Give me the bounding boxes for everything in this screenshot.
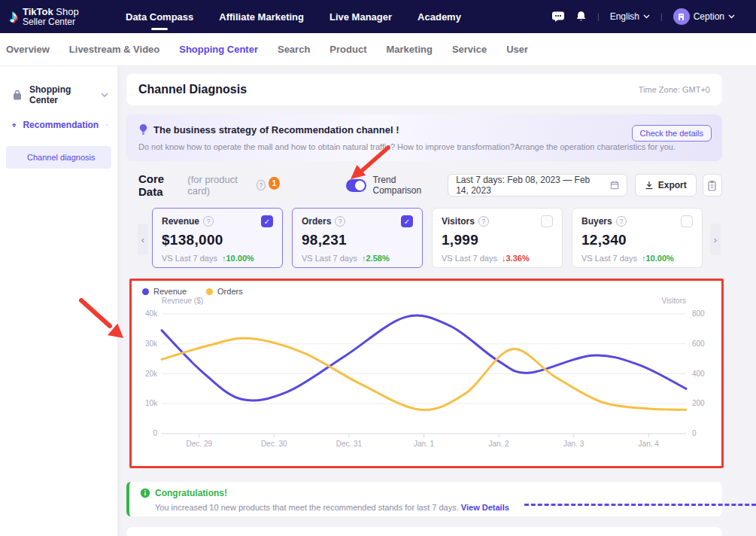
brand-name: TikTok [23, 6, 53, 17]
core-data-toolbar: Core Data (for product card) ? 1 Trend C… [126, 173, 722, 197]
subnav-item-search[interactable]: Search [278, 44, 310, 55]
legend-label: Revenue [153, 287, 187, 296]
date-range-value: Last 7 days: Feb 08, 2023 — Feb 14, 2023 [456, 175, 604, 196]
metric-card-visitors[interactable]: Visitors ? ✓ 1,999 VS Last 7 days ↓3.36% [432, 208, 563, 268]
svg-text:0: 0 [153, 429, 157, 437]
topnav-item-academy[interactable]: Academy [417, 8, 461, 26]
seller-center-screen: ♪ TikTok Shop Seller Center Data Compass… [0, 0, 756, 536]
language-selector[interactable]: English [610, 11, 650, 22]
svg-text:Visitors: Visitors [661, 297, 686, 305]
topnav-item-data-compass[interactable]: Data Compass [126, 8, 193, 26]
metric-value: 98,231 [302, 232, 413, 248]
legend-item-revenue[interactable]: Revenue [142, 287, 187, 296]
metric-checkbox[interactable]: ✓ [401, 215, 413, 227]
metric-card-buyers[interactable]: Buyers ? ✓ 12,340 VS Last 7 days ↑10.00% [572, 208, 703, 268]
trend-comparison-toggle[interactable] [346, 179, 367, 192]
help-icon[interactable]: ? [616, 216, 627, 227]
metric-checkbox[interactable]: ✓ [541, 215, 553, 227]
metric-checkbox[interactable]: ✓ [681, 215, 693, 227]
export-button[interactable]: Export [635, 174, 697, 196]
carousel-right-arrow[interactable]: › [710, 224, 721, 255]
svg-text:Dec. 31: Dec. 31 [336, 440, 363, 448]
trend-comparison-label: Trend Comparison [372, 175, 437, 196]
sidebar: Shopping Center Recommendation Channel d… [0, 66, 117, 536]
metric-card-revenue[interactable]: Revenue ? ✓ $138,000 VS Last 7 days ↑10.… [152, 208, 283, 268]
svg-text:200: 200 [692, 399, 705, 407]
comparison-label: VS Last 7 days [581, 254, 637, 263]
divider: | [660, 13, 663, 21]
page-header-card: Channel Diagnosis Time Zone: GMT+0 [126, 74, 722, 105]
subnav-item-livestream-video[interactable]: Livestream & Video [69, 44, 159, 55]
chevron-up-icon [105, 123, 108, 127]
strategy-banner: The business strategy of Recommendation … [126, 114, 722, 161]
language-label: English [610, 11, 639, 22]
help-icon[interactable]: ? [335, 216, 345, 227]
sidebar-item-recommendation[interactable]: Recommendation [0, 116, 117, 134]
svg-text:400: 400 [692, 370, 705, 378]
metric-change: ↑10.00% [222, 254, 254, 263]
core-data-title: Core Data [138, 172, 184, 198]
svg-text:Jan. 1: Jan. 1 [414, 440, 435, 448]
messages-icon[interactable] [551, 11, 565, 23]
view-details-link[interactable]: View Details [461, 503, 509, 512]
legend-label: Orders [217, 287, 243, 296]
next-section-card [126, 527, 722, 536]
congratulations-banner: Congratulations! You increased 10 new pr… [126, 482, 722, 516]
sidebar-item-channel-diagnosis[interactable]: Channel diagnosis [6, 146, 111, 169]
help-icon[interactable]: ? [257, 180, 266, 190]
legend-item-orders[interactable]: Orders [206, 287, 243, 296]
user-avatar [673, 8, 690, 25]
copy-report-button[interactable] [703, 174, 722, 196]
svg-text:Jan. 3: Jan. 3 [563, 440, 584, 448]
chevron-down-icon [101, 93, 108, 97]
notification-badge: 1 [269, 177, 280, 190]
divider: | [597, 13, 600, 21]
carousel-left-arrow[interactable]: ‹ [138, 224, 148, 255]
shield-badge-icon [12, 120, 16, 131]
topnav-menu: Data Compass Affiliate Marketing Live Ma… [126, 8, 461, 26]
sidebar-item-shopping-center[interactable]: Shopping Center [0, 86, 117, 104]
metric-card-orders[interactable]: Orders ? ✓ 98,231 VS Last 7 days ↑2.58% [292, 208, 423, 268]
metric-name: Buyers [581, 216, 612, 227]
subnav-item-shopping-center[interactable]: Shopping Center [179, 44, 258, 55]
subnav-item-overview[interactable]: Overview [6, 44, 50, 55]
legend-dot-icon [142, 288, 149, 295]
check-details-button[interactable]: Check the details [632, 125, 712, 142]
svg-text:20k: 20k [145, 370, 158, 378]
top-navbar: ♪ TikTok Shop Seller Center Data Compass… [0, 0, 756, 33]
help-icon[interactable]: ? [203, 216, 214, 227]
core-data-subtitle: (for product card) [187, 174, 252, 196]
timezone-label: Time Zone: GMT+0 [639, 85, 710, 94]
toggle-knob [355, 181, 365, 190]
legend-dot-icon [206, 288, 213, 295]
subnav-item-marketing[interactable]: Marketing [386, 44, 432, 55]
chevron-down-icon [728, 14, 735, 19]
topnav-item-live-manager[interactable]: Live Manager [329, 8, 392, 26]
topnav-right: | English | Ception [551, 8, 756, 25]
subnav-item-product[interactable]: Product [329, 44, 366, 55]
svg-text:30k: 30k [145, 340, 158, 348]
lightbulb-icon [138, 123, 148, 136]
sidebar-item-label: Shopping Center [29, 84, 94, 105]
metric-cards-row: ‹ Revenue ? ✓ $138,000 VS Last 7 days ↑1… [126, 208, 722, 268]
brand-subtitle: Seller Center [23, 17, 79, 27]
notifications-bell-icon[interactable] [575, 11, 587, 23]
download-icon [645, 181, 654, 190]
metric-change: ↓3.36% [502, 254, 530, 263]
subnav-item-service[interactable]: Service [452, 44, 487, 55]
logo-text: TikTok Shop Seller Center [23, 7, 79, 26]
main-content: Channel Diagnosis Time Zone: GMT+0 The b… [126, 66, 722, 536]
page-title: Channel Diagnosis [138, 83, 247, 96]
tiktok-shop-logo[interactable]: ♪ TikTok Shop Seller Center [0, 7, 117, 26]
help-icon[interactable]: ? [478, 216, 489, 227]
topnav-item-affiliate-marketing[interactable]: Affiliate Marketing [219, 8, 304, 26]
date-range-picker[interactable]: Last 7 days: Feb 08, 2023 — Feb 14, 2023 [448, 174, 627, 196]
subnav-item-user[interactable]: User [506, 44, 528, 55]
user-menu[interactable]: Ception [673, 8, 735, 25]
svg-text:0: 0 [692, 429, 697, 437]
svg-text:800: 800 [692, 309, 705, 318]
secondary-navbar: Overview Livestream & Video Shopping Cen… [0, 33, 756, 66]
comparison-label: VS Last 7 days [442, 254, 497, 263]
metric-checkbox[interactable]: ✓ [261, 215, 273, 227]
svg-text:Dec. 30: Dec. 30 [261, 440, 287, 448]
